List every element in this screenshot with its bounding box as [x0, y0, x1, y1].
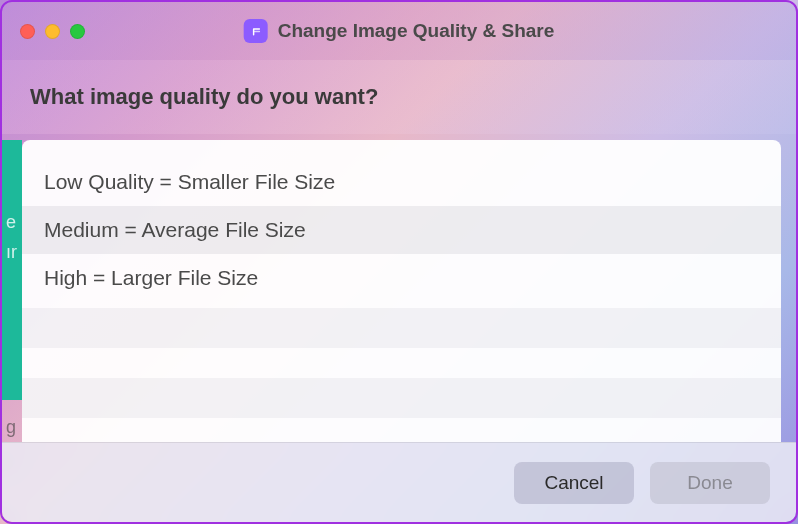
prompt-heading: What image quality do you want? [30, 84, 776, 110]
done-button[interactable]: Done [650, 462, 770, 504]
bottom-button-bar: Cancel Done [2, 442, 796, 522]
background-partial-text: g [6, 417, 16, 438]
background-partial-text: ır [6, 242, 17, 263]
background-partial-text: e [6, 212, 16, 233]
close-window-button[interactable] [20, 24, 35, 39]
minimize-window-button[interactable] [45, 24, 60, 39]
quality-options-list: Low Quality = Smaller File Size Medium =… [22, 140, 781, 418]
cancel-button[interactable]: Cancel [514, 462, 634, 504]
maximize-window-button[interactable] [70, 24, 85, 39]
prompt-area: What image quality do you want? [2, 60, 796, 134]
empty-option-row [22, 308, 781, 348]
option-low-quality[interactable]: Low Quality = Smaller File Size [22, 158, 781, 206]
shortcuts-app-icon [244, 19, 268, 43]
option-label: Medium = Average File Size [44, 218, 306, 242]
title-center: Change Image Quality & Share [244, 19, 555, 43]
window-controls [20, 24, 85, 39]
option-label: High = Larger File Size [44, 266, 258, 290]
option-high-quality[interactable]: High = Larger File Size [22, 254, 781, 302]
window-title: Change Image Quality & Share [278, 20, 555, 42]
spacer [22, 348, 781, 372]
empty-option-row [22, 378, 781, 418]
titlebar: Change Image Quality & Share [2, 2, 796, 60]
background-accent-strip [2, 140, 22, 400]
content-panel: Low Quality = Smaller File Size Medium =… [22, 140, 781, 442]
option-medium-quality[interactable]: Medium = Average File Size [22, 206, 781, 254]
option-label: Low Quality = Smaller File Size [44, 170, 335, 194]
